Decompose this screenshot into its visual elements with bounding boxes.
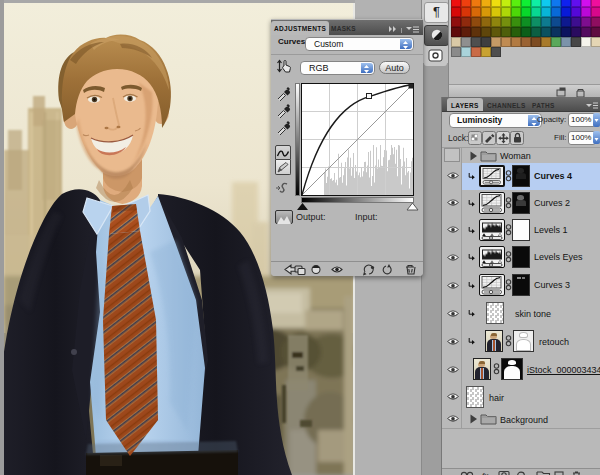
svg-text:fx: fx — [482, 471, 489, 475]
